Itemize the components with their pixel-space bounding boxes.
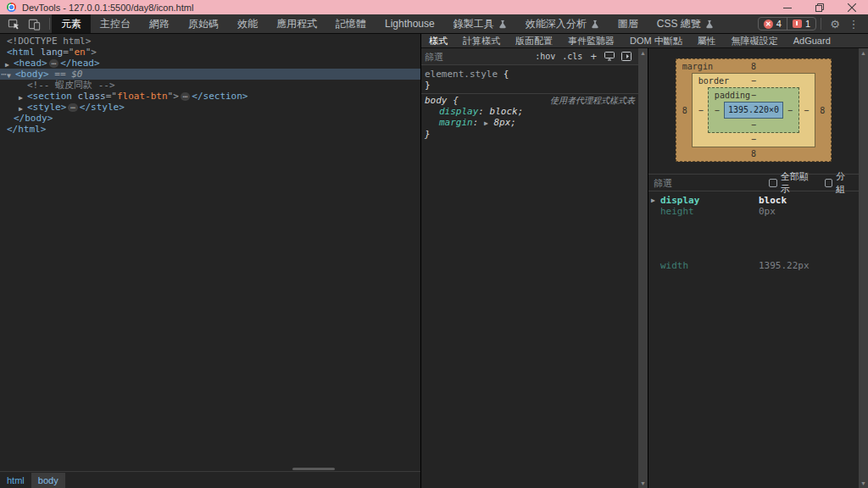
tab-label: CSS 總覽 <box>657 17 701 31</box>
minimize-button[interactable] <box>771 0 804 14</box>
margin-right-value[interactable]: 8 <box>815 106 829 115</box>
box-model-margin[interactable]: margin8 8 border− − padding− <box>676 58 832 162</box>
computed-sidebar-toggle-icon[interactable] <box>621 52 632 61</box>
expand-children-icon[interactable]: ⋯ <box>49 59 58 68</box>
scroll-down-icon[interactable]: ▼ <box>860 479 866 488</box>
tree-row[interactable]: ▶<section class="float-btn">⋯</section> <box>0 91 420 102</box>
tab-sources[interactable]: 原始碼 <box>179 14 228 33</box>
tab-css-overview[interactable]: CSS 總覽 <box>648 14 723 33</box>
code-token: <html <box>7 47 35 58</box>
margin-bottom-value[interactable]: 8 <box>751 149 756 158</box>
sidebar-pane: 樣式計算樣式版面配置事件監聽器DOM 中斷點屬性無障礙設定AdGuard :ho… <box>421 34 868 488</box>
tab-label: 圖層 <box>618 17 638 31</box>
row-menu-dots-icon[interactable]: ⋯ <box>1 69 7 80</box>
body-rule[interactable]: body { 使用者代理程式樣式表 display: block; margin… <box>421 93 638 142</box>
computed-filter-input[interactable] <box>654 178 769 188</box>
border-right-value[interactable]: − <box>799 106 813 115</box>
tab-memory[interactable]: 記憶體 <box>326 14 376 33</box>
tab-lighthouse[interactable]: Lighthouse <box>376 14 444 33</box>
code-token: float-btn <box>117 91 168 102</box>
scroll-down-icon[interactable]: ▼ <box>640 479 646 488</box>
sidebar-tab-properties[interactable]: 屬性 <box>690 34 724 47</box>
margin-top-value[interactable]: 8 <box>751 62 756 71</box>
kebab-menu-icon[interactable]: ⋮ <box>844 18 863 30</box>
box-model-padding[interactable]: padding− − 1395.220×0 − − <box>708 87 799 133</box>
tab-performance-insights[interactable]: 效能深入分析 <box>516 14 609 33</box>
tree-row[interactable]: ▶<head>⋯</head> <box>0 58 420 69</box>
breadcrumb-item-html[interactable]: html <box>0 473 31 488</box>
computed-pane: margin8 8 border− − padding− <box>648 48 868 488</box>
styles-filter-row: :hov .cls + <box>421 48 638 65</box>
styles-filter-input[interactable] <box>425 52 531 62</box>
sidebar-tab-adguard[interactable]: AdGuard <box>786 34 838 47</box>
style-declaration[interactable]: display: block; <box>425 106 635 117</box>
border-bottom-value[interactable]: − <box>751 135 756 144</box>
tab-label: 記憶體 <box>336 17 366 31</box>
padding-top-value[interactable]: − <box>751 91 756 100</box>
toggle-class-button[interactable]: .cls <box>559 52 586 61</box>
settings-gear-icon[interactable]: ⚙ <box>826 18 844 30</box>
horizontal-scrollbar-thumb[interactable] <box>292 468 335 470</box>
sidebar-tab-layout[interactable]: 版面配置 <box>508 34 560 47</box>
rendering-emulations-icon[interactable] <box>604 52 615 61</box>
tab-application[interactable]: 應用程式 <box>267 14 326 33</box>
tab-performance[interactable]: 效能 <box>228 14 267 33</box>
tab-label: 應用程式 <box>276 17 317 31</box>
computed-property-row[interactable]: height0px <box>648 206 859 217</box>
box-model-border[interactable]: border− − padding− − 1395.220×0 <box>692 73 815 147</box>
computed-property-row[interactable]: ▶displayblock <box>648 195 859 206</box>
tree-row[interactable]: ▶<style>⋯</style> <box>0 102 420 113</box>
computed-properties-list: ▶displayblockheight0pxwidth1395.22px <box>648 191 859 271</box>
style-declaration[interactable]: margin: ▶ 8px; <box>425 117 635 129</box>
tree-row[interactable]: <!DOCTYPE html> <box>0 36 420 47</box>
sidebar-tab-accessibility[interactable]: 無障礙設定 <box>724 34 786 47</box>
tree-row[interactable]: <!-- 蝦皮同款 --> <box>0 80 420 91</box>
stylesheet-origin-link[interactable]: 使用者代理程式樣式表 <box>550 95 635 106</box>
inspect-element-icon[interactable] <box>3 14 24 33</box>
device-toolbar-icon[interactable] <box>24 14 44 33</box>
border-top-value[interactable]: − <box>751 76 756 86</box>
tab-recorder[interactable]: 錄製工具 <box>444 14 516 33</box>
tree-row[interactable]: <html lang="en"> <box>0 47 420 58</box>
border-left-value[interactable]: − <box>694 106 708 115</box>
expand-arrow-icon[interactable]: ▶ <box>651 195 655 206</box>
computed-property-row[interactable]: width1395.22px <box>648 260 859 271</box>
computed-scrollbar[interactable]: ▲ ▼ <box>859 48 868 488</box>
new-style-rule-icon[interactable]: + <box>586 50 601 63</box>
element-style-rule[interactable]: element.style { } <box>421 68 638 93</box>
scroll-up-icon[interactable]: ▲ <box>860 48 866 58</box>
close-button[interactable] <box>836 0 868 14</box>
breadcrumb-item-body[interactable]: body <box>31 473 65 488</box>
margin-left-value[interactable]: 8 <box>678 106 692 115</box>
tab-network[interactable]: 網路 <box>140 14 179 33</box>
expand-children-icon[interactable]: ⋯ <box>68 103 77 112</box>
expand-children-icon[interactable]: ⋯ <box>181 92 190 101</box>
restore-button[interactable] <box>804 0 836 14</box>
tab-console[interactable]: 主控台 <box>91 14 140 33</box>
padding-left-value[interactable]: − <box>710 106 724 115</box>
tree-row[interactable]: ⋯▼<body> == $0 <box>0 69 420 80</box>
property-name: margin <box>439 117 473 128</box>
toggle-pseudo-state-button[interactable]: :hov <box>531 52 559 61</box>
tree-row-text: <body> == $0 <box>0 69 83 80</box>
sidebar-tab-computed[interactable]: 計算樣式 <box>455 34 508 47</box>
padding-bottom-value[interactable]: − <box>751 120 756 130</box>
styles-scrollbar[interactable]: ▲ ▼ <box>638 48 648 488</box>
padding-right-value[interactable]: − <box>783 106 797 115</box>
sidebar-tab-styles[interactable]: 樣式 <box>421 34 455 47</box>
tree-row[interactable]: </body> <box>0 113 420 124</box>
sidebar-tab-event-listeners[interactable]: 事件監聽器 <box>560 34 622 47</box>
tree-row[interactable]: </html> <box>0 124 420 135</box>
tab-label: DOM 中斷點 <box>630 35 682 47</box>
scroll-up-icon[interactable]: ▲ <box>640 48 646 58</box>
box-model-content[interactable]: 1395.220×0 <box>724 102 783 119</box>
status-badges: ✕ 4 1 <box>758 17 816 30</box>
tab-label: 元素 <box>61 17 81 31</box>
tab-label: 網路 <box>149 17 170 31</box>
error-badge[interactable]: ✕ 4 <box>759 18 787 30</box>
sidebar-tab-dom-breakpoints[interactable]: DOM 中斷點 <box>622 34 690 47</box>
tab-elements[interactable]: 元素 <box>52 14 91 33</box>
close-brace: } <box>425 80 431 91</box>
issues-badge[interactable]: 1 <box>787 18 815 30</box>
tab-layers[interactable]: 圖層 <box>609 14 648 33</box>
